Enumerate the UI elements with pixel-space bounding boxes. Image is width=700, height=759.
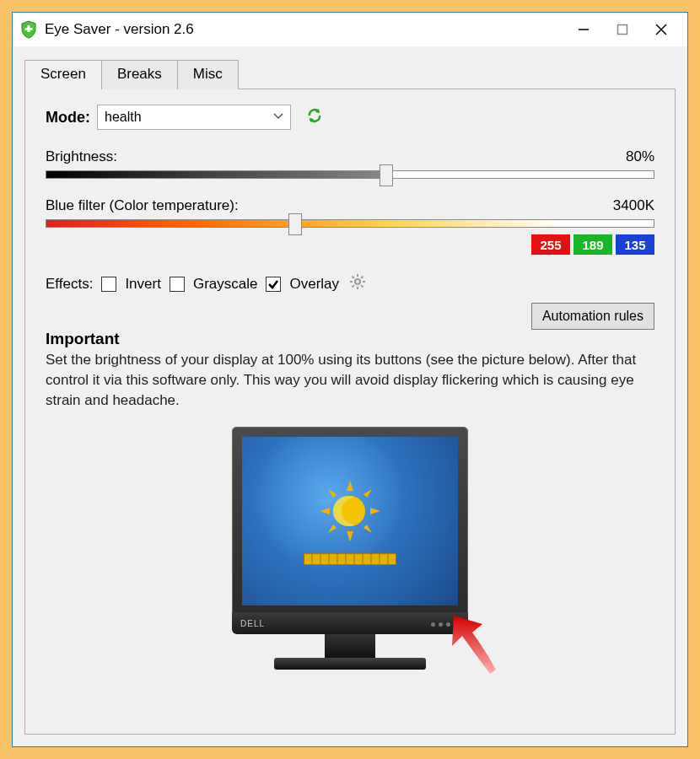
mode-value: health — [105, 110, 142, 125]
monitor-osd-bar — [304, 553, 396, 565]
minimize-button[interactable] — [564, 16, 603, 43]
monitor-bezel-bottom: DELL — [232, 612, 468, 634]
window-title: Eye Saver - version 2.6 — [45, 21, 564, 38]
bluefilter-block: Blue filter (Color temperature): 3400K 2… — [46, 197, 654, 255]
svg-rect-3 — [618, 25, 627, 35]
grayscale-checkbox[interactable] — [170, 277, 185, 292]
red-arrow-icon — [444, 611, 503, 681]
tab-panel: Mode: health — [24, 89, 676, 735]
monitor-screen — [242, 437, 458, 606]
tab-breaks[interactable]: Breaks — [101, 60, 178, 89]
brightness-block: Brightness: 80% — [46, 148, 654, 179]
svg-line-14 — [353, 285, 354, 287]
rgb-readout: 255 189 135 — [46, 234, 654, 255]
close-button[interactable] — [642, 16, 681, 43]
bluefilter-slider[interactable] — [46, 219, 654, 228]
monitor-illustration: DELL — [46, 427, 654, 670]
overlay-checkbox[interactable] — [266, 277, 281, 292]
button-label: Automation rules — [542, 309, 643, 323]
svg-marker-21 — [328, 525, 337, 533]
client-area: Screen Breaks Misc Mode: health — [13, 46, 687, 746]
mode-select[interactable]: health — [97, 105, 291, 130]
overlay-label: Overlay — [289, 276, 339, 293]
important-body: Set the brightness of your display at 10… — [46, 350, 654, 410]
tab-strip: Screen Breaks Misc — [24, 60, 676, 89]
svg-line-13 — [361, 277, 363, 278]
rgb-green: 189 — [573, 234, 612, 255]
svg-rect-1 — [25, 28, 33, 30]
svg-marker-22 — [363, 525, 372, 533]
invert-checkbox[interactable] — [101, 277, 116, 292]
rgb-red: 255 — [531, 234, 570, 255]
tab-label: Screen — [40, 66, 86, 82]
svg-marker-19 — [328, 489, 337, 498]
monitor-brand: DELL — [240, 619, 265, 628]
tab-label: Misc — [193, 66, 223, 82]
bluefilter-label: Blue filter (Color temperature): — [46, 197, 239, 214]
svg-line-11 — [353, 277, 354, 278]
svg-marker-16 — [347, 531, 353, 541]
bluefilter-fill — [46, 220, 654, 227]
sun-moon-icon — [316, 477, 384, 545]
gear-icon[interactable] — [349, 273, 366, 294]
mode-label: Mode: — [46, 109, 90, 126]
app-shield-icon — [19, 20, 38, 39]
effects-row: Effects: Invert Grayscale Overlay — [46, 273, 654, 294]
tab-misc[interactable]: Misc — [177, 60, 239, 89]
tab-label: Breaks — [117, 66, 162, 82]
titlebar: Eye Saver - version 2.6 — [13, 13, 687, 46]
tab-screen[interactable]: Screen — [24, 60, 102, 89]
maximize-button[interactable] — [603, 16, 642, 43]
brightness-handle[interactable] — [380, 164, 393, 186]
rgb-blue: 135 — [616, 234, 654, 255]
important-block: Important Set the brightness of your dis… — [46, 330, 654, 410]
chevron-down-icon — [273, 110, 283, 125]
svg-marker-17 — [320, 508, 330, 514]
svg-line-12 — [361, 285, 363, 287]
svg-marker-20 — [363, 489, 372, 498]
app-window: Eye Saver - version 2.6 Screen Breaks Mi… — [12, 12, 688, 747]
brightness-slider[interactable] — [46, 170, 654, 179]
refresh-icon[interactable] — [306, 107, 323, 127]
mode-row: Mode: health — [46, 105, 654, 130]
bluefilter-handle[interactable] — [288, 213, 302, 235]
grayscale-label: Grayscale — [193, 276, 258, 293]
svg-point-6 — [355, 279, 360, 284]
brightness-value: 80% — [626, 148, 654, 165]
important-title: Important — [46, 330, 654, 348]
effects-label: Effects: — [46, 276, 93, 293]
brightness-label: Brightness: — [46, 148, 117, 165]
invert-label: Invert — [125, 276, 161, 293]
automation-rules-button[interactable]: Automation rules — [531, 303, 654, 330]
bluefilter-value: 3400K — [613, 197, 654, 214]
svg-marker-15 — [347, 481, 353, 491]
brightness-fill — [46, 171, 386, 178]
svg-marker-18 — [370, 508, 380, 514]
